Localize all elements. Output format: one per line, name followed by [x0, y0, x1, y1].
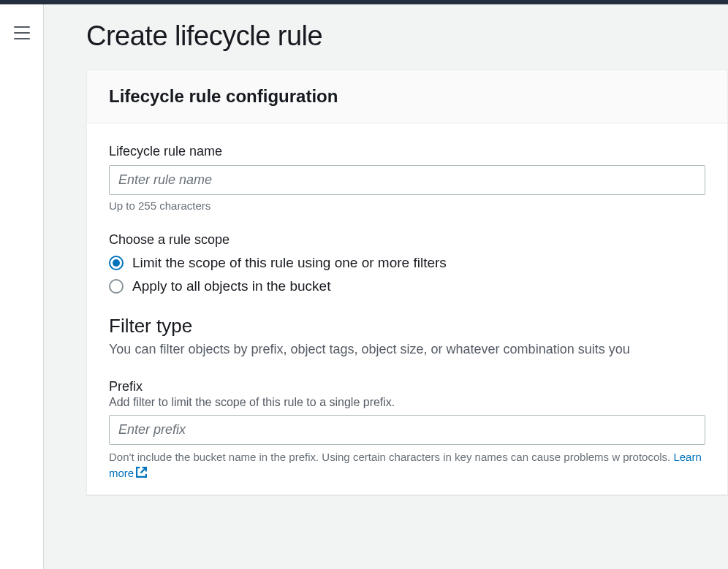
scope-option-label: Limit the scope of this rule using one o… [132, 255, 447, 271]
prefix-hint-text: Don't include the bucket name in the pre… [109, 451, 673, 463]
lifecycle-config-panel: Lifecycle rule configuration Lifecycle r… [86, 69, 728, 495]
rule-name-input[interactable] [109, 165, 705, 195]
scope-option-label: Apply to all objects in the bucket [132, 278, 330, 294]
radio-icon[interactable] [109, 279, 124, 294]
prefix-input[interactable] [109, 415, 705, 445]
scope-label: Choose a rule scope [109, 232, 705, 248]
rule-name-label: Lifecycle rule name [109, 144, 705, 159]
prefix-field-group: Prefix Add filter to limit the scope of … [109, 379, 705, 483]
prefix-hint: Don't include the bucket name in the pre… [109, 449, 705, 483]
scope-field-group: Choose a rule scope Limit the scope of t… [109, 232, 705, 294]
sidebar-collapsed [0, 4, 44, 569]
filter-type-section: Filter type You can filter objects by pr… [109, 315, 705, 359]
rule-name-field-group: Lifecycle rule name Up to 255 characters [109, 144, 705, 212]
scope-option-limit[interactable]: Limit the scope of this rule using one o… [109, 255, 705, 271]
panel-title: Lifecycle rule configuration [109, 86, 705, 107]
filter-type-description: You can filter objects by prefix, object… [109, 340, 705, 359]
menu-icon[interactable] [14, 26, 30, 39]
radio-icon[interactable] [109, 256, 124, 270]
prefix-sublabel: Add filter to limit the scope of this ru… [109, 396, 705, 409]
main-content: Create lifecycle rule Lifecycle rule con… [44, 4, 728, 569]
prefix-label: Prefix [109, 379, 705, 394]
external-link-icon [135, 466, 148, 483]
filter-type-heading: Filter type [109, 315, 705, 337]
page-title: Create lifecycle rule [86, 20, 728, 52]
scope-option-all[interactable]: Apply to all objects in the bucket [109, 278, 705, 294]
panel-header: Lifecycle rule configuration [87, 70, 727, 123]
rule-name-constraint: Up to 255 characters [109, 199, 705, 212]
